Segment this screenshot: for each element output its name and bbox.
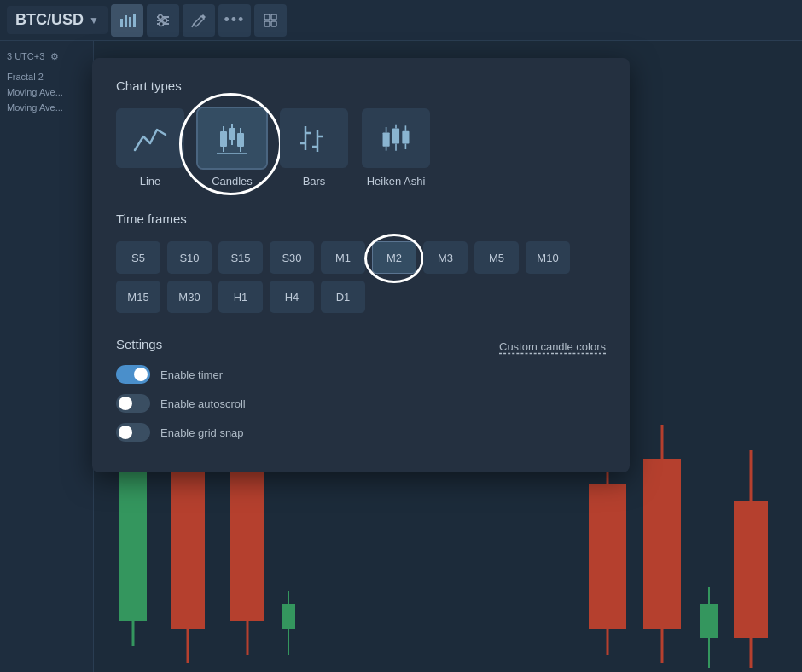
svg-rect-14 — [271, 21, 276, 26]
chart-types-grid: Line — [116, 108, 606, 188]
settings-left: Settings Enable timer Enable autoscroll … — [116, 337, 246, 452]
custom-candle-colors-link[interactable]: Custom candle colors — [499, 337, 606, 353]
chart-type-bars[interactable]: Bars — [280, 108, 348, 188]
timeframe-d1[interactable]: D1 — [321, 281, 365, 313]
bars-icon-wrap — [280, 108, 348, 168]
enable-timer-toggle[interactable] — [116, 365, 150, 384]
heiken-ashi-icon-wrap — [362, 108, 430, 168]
timeframe-m2[interactable]: M2 — [372, 241, 416, 274]
svg-rect-3 — [133, 14, 136, 27]
sidebar-item-fractal: Fractal 2 — [7, 69, 86, 84]
toggle-knob-3 — [119, 426, 132, 439]
timeframe-s15[interactable]: S15 — [218, 241, 263, 274]
utc-info: 3 UTC+3 ⚙ — [7, 51, 86, 62]
svg-rect-0 — [120, 19, 123, 27]
svg-rect-39 — [220, 131, 227, 147]
timeframe-s5[interactable]: S5 — [116, 241, 160, 274]
svg-rect-33 — [700, 604, 718, 638]
timeframes-section: Time frames S5 S10 S15 S30 M1 M2 M3 M5 M… — [116, 211, 606, 313]
timeframe-m15[interactable]: M15 — [116, 281, 160, 313]
sidebar: 3 UTC+3 ⚙ Fractal 2 Moving Ave... Moving… — [0, 41, 94, 672]
chart-type-button[interactable] — [111, 4, 143, 37]
svg-point-9 — [159, 21, 163, 26]
svg-point-7 — [158, 14, 162, 19]
enable-grid-snap-toggle[interactable] — [116, 423, 150, 442]
enable-grid-snap-row: Enable grid snap — [116, 423, 246, 442]
candles-icon-wrap — [198, 108, 266, 168]
svg-rect-61 — [402, 131, 409, 144]
svg-rect-2 — [129, 17, 131, 27]
line-label: Line — [140, 175, 161, 188]
bars-chart-icon — [295, 119, 333, 157]
toolbar: BTC/USD ▼ ••• — [0, 0, 802, 41]
sidebar-item-ma1: Moving Ave... — [7, 84, 86, 100]
enable-autoscroll-label: Enable autoscroll — [160, 397, 246, 410]
bar-chart-icon — [119, 12, 136, 29]
svg-rect-58 — [392, 129, 399, 144]
timeframes-label: Time frames — [116, 211, 606, 226]
pair-label: BTC/USD — [15, 11, 84, 29]
svg-rect-36 — [734, 501, 768, 638]
svg-rect-24 — [282, 604, 295, 629]
timeframe-m30[interactable]: M30 — [167, 281, 212, 313]
pair-dropdown-arrow: ▼ — [89, 14, 99, 26]
timeframes-grid: S5 S10 S15 S30 M1 M2 M3 M5 M10 M15 M30 H… — [116, 241, 606, 313]
sliders-icon — [155, 13, 171, 28]
timeframe-s30[interactable]: S30 — [270, 241, 314, 274]
settings-section: Settings Enable timer Enable autoscroll … — [116, 337, 606, 452]
heiken-ashi-chart-icon — [377, 119, 415, 157]
m2-circle-highlight — [364, 234, 424, 283]
chart-type-candles[interactable]: Candles — [198, 108, 266, 188]
timeframe-h4[interactable]: H4 — [270, 281, 314, 313]
indicators-button[interactable] — [147, 4, 179, 37]
timeframe-h1[interactable]: H1 — [218, 281, 263, 313]
enable-autoscroll-row: Enable autoscroll — [116, 394, 246, 413]
chart-settings-panel: Chart types Line — [92, 58, 630, 472]
timeframe-m5[interactable]: M5 — [474, 241, 519, 274]
svg-rect-11 — [264, 14, 270, 20]
pair-selector[interactable]: BTC/USD ▼ — [7, 6, 108, 34]
more-button[interactable]: ••• — [218, 4, 251, 37]
svg-rect-12 — [271, 14, 276, 20]
svg-rect-21 — [230, 459, 264, 621]
chart-type-line[interactable]: Line — [116, 108, 184, 188]
timeframe-m1[interactable]: M1 — [321, 241, 365, 274]
svg-rect-18 — [171, 450, 205, 629]
line-icon-wrap — [116, 108, 184, 168]
layout-button[interactable] — [254, 4, 287, 37]
candles-label: Candles — [212, 175, 253, 188]
sidebar-item-ma2: Moving Ave... — [7, 100, 86, 115]
chart-type-heiken-ashi[interactable]: Heiken Ashi — [362, 108, 430, 188]
candles-chart-icon — [213, 119, 251, 157]
toggle-knob — [134, 368, 148, 381]
enable-grid-snap-label: Enable grid snap — [160, 426, 244, 439]
pencil-icon — [191, 13, 206, 28]
draw-button[interactable] — [183, 4, 215, 37]
svg-rect-42 — [229, 128, 235, 140]
enable-timer-row: Enable timer — [116, 365, 246, 384]
toggle-knob-2 — [119, 397, 132, 410]
timeframe-m10[interactable]: M10 — [526, 241, 570, 274]
svg-rect-45 — [237, 133, 244, 147]
bars-label: Bars — [303, 175, 326, 188]
svg-line-10 — [192, 24, 194, 27]
settings-label: Settings — [116, 337, 246, 351]
timeframe-m3[interactable]: M3 — [423, 241, 468, 274]
svg-rect-13 — [264, 21, 270, 26]
dots-icon: ••• — [224, 11, 245, 29]
enable-autoscroll-toggle[interactable] — [116, 394, 150, 413]
line-chart-icon — [131, 119, 169, 157]
svg-rect-30 — [643, 459, 681, 629]
grid-icon — [263, 13, 278, 28]
svg-rect-15 — [119, 467, 147, 621]
svg-rect-1 — [125, 15, 127, 27]
svg-rect-27 — [589, 484, 626, 629]
heiken-ashi-label: Heiken Ashi — [367, 175, 426, 188]
timeframe-s10[interactable]: S10 — [167, 241, 212, 274]
svg-rect-55 — [383, 132, 390, 146]
chart-types-label: Chart types — [116, 78, 606, 93]
enable-timer-label: Enable timer — [160, 368, 223, 381]
